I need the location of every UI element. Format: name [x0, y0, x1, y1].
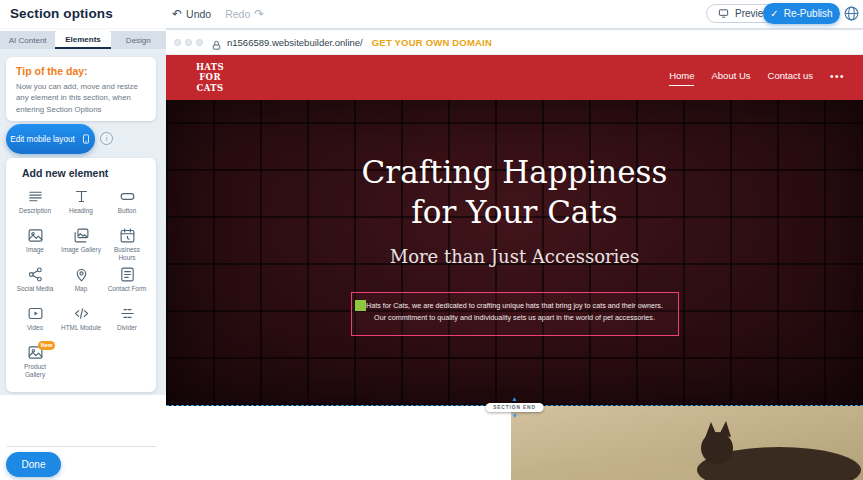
site-header[interactable]: HATS FOR CATS Home About Us Contact us •… [166, 55, 863, 100]
nav-item-about[interactable]: About Us [711, 70, 750, 86]
heading-icon [73, 188, 90, 205]
language-globe-icon[interactable] [843, 5, 860, 22]
republish-label: Re-Publish [784, 8, 833, 19]
button-icon [119, 188, 136, 205]
done-button[interactable]: Done [6, 452, 61, 477]
undo-button[interactable]: ↶ Undo [172, 8, 211, 20]
tip-title: Tip of the day: [16, 65, 146, 77]
element-tile-image-gallery[interactable]: Image Gallery [58, 225, 104, 264]
sidebar-tabs: AI Content Elements Design [0, 31, 166, 49]
video-icon [27, 305, 44, 322]
element-tile-contact-form[interactable]: Contact Form [104, 264, 150, 303]
page-title: Section options [10, 6, 113, 21]
window-dot [185, 39, 192, 46]
website-canvas: HATS FOR CATS Home About Us Contact us •… [166, 55, 863, 480]
history-controls: ↶ Undo Redo ↷ [172, 0, 264, 28]
sidebar: AI Content Elements Design Tip of the da… [0, 28, 166, 480]
hero-section[interactable]: Crafting Happiness for Your Cats More th… [166, 100, 863, 406]
hero-heading[interactable]: Crafting Happiness for Your Cats [342, 153, 687, 232]
edit-mobile-layout-button[interactable]: Edit mobile layout [6, 124, 95, 154]
nav-item-home[interactable]: Home [669, 70, 694, 86]
redo-label: Redo [225, 8, 250, 20]
social-media-icon [27, 266, 44, 283]
tip-body: Now you can add, move and resize any ele… [16, 81, 146, 115]
arrow-down-icon: ▼ [511, 413, 517, 419]
add-element-panel: Add new element Description Heading Butt… [6, 158, 156, 392]
info-icon[interactable]: i [100, 132, 113, 145]
arrow-up-icon: ▲ [511, 396, 517, 402]
phone-icon [81, 132, 91, 146]
nav-more-icon[interactable]: ••• [830, 71, 845, 85]
business-hours-icon [119, 227, 136, 244]
element-tile-social-media[interactable]: Social Media [12, 264, 58, 303]
monitor-icon [718, 8, 729, 19]
window-dot [196, 39, 203, 46]
element-tile-divider[interactable]: Divider [104, 303, 150, 342]
lock-icon [211, 37, 222, 48]
element-tile-image[interactable]: Image [12, 225, 58, 264]
window-dots [174, 39, 203, 46]
site-logo[interactable]: HATS FOR CATS [184, 62, 236, 94]
check-icon: ✓ [770, 8, 778, 19]
element-tile-html-module[interactable]: HTML Module [58, 303, 104, 342]
app-root: Section options ↶ Undo Redo ↷ Preview ✓ … [0, 0, 863, 480]
element-tile-map[interactable]: Map [58, 264, 104, 303]
html-module-icon [73, 305, 90, 322]
element-grid: Description Heading Button Image Image G… [12, 186, 150, 381]
republish-button[interactable]: ✓ Re-Publish [763, 3, 840, 24]
window-dot [174, 39, 181, 46]
undo-label: Undo [186, 8, 211, 20]
get-domain-link[interactable]: GET YOUR OWN DOMAIN [372, 37, 492, 48]
hero-subheading[interactable]: More than Just Accessories [390, 246, 640, 267]
contact-form-icon [119, 266, 136, 283]
hero-paragraph: Hats for Cats, we are dedicated to craft… [364, 300, 666, 323]
element-tile-button[interactable]: Button [104, 186, 150, 225]
add-element-title: Add new element [22, 167, 150, 179]
topbar: Section options ↶ Undo Redo ↷ Preview ✓ … [0, 0, 863, 28]
element-tile-business-hours[interactable]: Business Hours [104, 225, 150, 264]
drag-handle[interactable] [355, 300, 366, 311]
element-tile-description[interactable]: Description [12, 186, 58, 225]
cat-photo [511, 406, 863, 480]
preview-area: n1566589.websitebuilder.online/ GET YOUR… [166, 28, 863, 480]
description-icon [27, 188, 44, 205]
section-end-label: SECTION END [485, 403, 544, 412]
edit-mobile-label: Edit mobile layout [10, 135, 75, 144]
element-tile-video[interactable]: Video [12, 303, 58, 342]
element-tile-product-gallery[interactable]: New Product Gallery [12, 342, 58, 381]
section-end-handle[interactable]: ▲ SECTION END ▼ [485, 396, 544, 419]
tab-design[interactable]: Design [111, 31, 166, 49]
tip-of-the-day-card: Tip of the day: Now you can add, move an… [6, 57, 156, 121]
divider-icon [119, 305, 136, 322]
undo-icon: ↶ [172, 8, 182, 20]
image-icon [27, 227, 44, 244]
element-tile-heading[interactable]: Heading [58, 186, 104, 225]
selected-text-element[interactable]: Hats for Cats, we are dedicated to craft… [351, 292, 679, 336]
new-badge: New [38, 341, 56, 350]
image-gallery-icon [73, 227, 90, 244]
tab-elements[interactable]: Elements [55, 31, 110, 49]
site-url: n1566589.websitebuilder.online/ [227, 37, 363, 48]
site-nav: Home About Us Contact us ••• [669, 70, 845, 86]
sidebar-divider [7, 446, 156, 447]
redo-icon: ↷ [254, 8, 264, 20]
browser-bar: n1566589.websitebuilder.online/ GET YOUR… [166, 30, 863, 55]
map-icon [73, 266, 90, 283]
tab-ai-content[interactable]: AI Content [0, 31, 55, 49]
nav-item-contact[interactable]: Contact us [768, 70, 813, 86]
redo-button[interactable]: Redo ↷ [225, 8, 264, 20]
